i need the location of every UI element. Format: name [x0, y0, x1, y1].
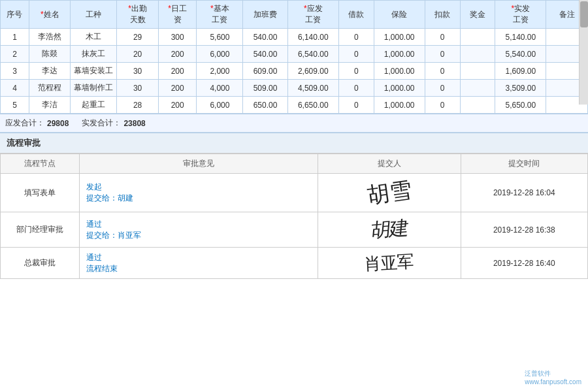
table-cell: 2,000 — [197, 63, 243, 80]
workflow-header-row: 流程节点 审批意见 提交人 提交时间 — [1, 154, 588, 174]
col-header-type: 工种 — [71, 1, 117, 29]
workflow-row: 部门经理审批通过提交给：肖亚军胡建2019-12-28 16:38 — [1, 212, 588, 248]
table-cell: 4,509.00 — [287, 80, 338, 97]
table-cell: 0 — [338, 80, 374, 97]
table-cell: 200 — [158, 97, 197, 114]
opinion-main: 发起 — [86, 182, 102, 191]
table-cell: 540.00 — [243, 46, 287, 63]
signature-image: 胡建 — [370, 215, 409, 245]
opinion-main: 通过 — [86, 253, 102, 262]
table-row: 2陈燚抹灰工202006,000540.006,540.0001,000.000… — [1, 46, 588, 63]
table-cell: 李洁 — [29, 97, 71, 114]
table-cell: 650.00 — [243, 97, 287, 114]
col-header-seq: 序号 — [1, 1, 29, 29]
table-cell: 范程程 — [29, 80, 71, 97]
summary-row: 应发合计： 29808 实发合计： 23808 — [0, 114, 588, 133]
table-cell: 300 — [158, 29, 197, 46]
workflow-title: 流程审批 — [0, 133, 588, 154]
col-header-insurance: 保险 — [374, 1, 425, 29]
scrollbar[interactable] — [579, 0, 588, 105]
table-cell: 0 — [338, 97, 374, 114]
table-cell: 1,000.00 — [374, 63, 425, 80]
should-pay-label: 应发合计： — [5, 118, 44, 129]
workflow-time: 2019-12-28 16:04 — [461, 174, 587, 212]
wf-col-opinion: 审批意见 — [80, 154, 318, 174]
table-row: 4范程程幕墙制作工302004,000509.004,509.0001,000.… — [1, 80, 588, 97]
table-cell: 200 — [158, 80, 197, 97]
should-pay-value: 29808 — [47, 119, 69, 128]
table-cell: 3 — [1, 63, 29, 80]
table-cell: 起重工 — [71, 97, 117, 114]
table-cell: 5,650.00 — [495, 97, 546, 114]
table-cell: 6,650.00 — [287, 97, 338, 114]
table-cell: 200 — [158, 63, 197, 80]
salary-table: 序号 *姓名 工种 *出勤天数 *日工资 *基本工资 加班费 *应发工资 借款 … — [0, 0, 588, 114]
table-cell: 抹灰工 — [71, 46, 117, 63]
table-cell: 30 — [117, 63, 159, 80]
table-cell — [460, 97, 495, 114]
table-cell: 609.00 — [243, 63, 287, 80]
table-cell: 29 — [117, 29, 159, 46]
workflow-signature: 肖亚军 — [318, 248, 461, 279]
signature-image: 胡雪 — [365, 174, 414, 210]
col-header-deduction: 扣款 — [425, 1, 460, 29]
opinion-main: 通过 — [86, 220, 102, 229]
workflow-row: 总裁审批通过流程结束肖亚军2019-12-28 16:40 — [1, 248, 588, 279]
table-cell: 0 — [338, 29, 374, 46]
table-cell: 0 — [338, 46, 374, 63]
actual-pay-label: 实发合计： — [82, 118, 121, 129]
table-row: 3李达幕墙安装工302002,000609.002,609.0001,000.0… — [1, 63, 588, 80]
table-cell: 200 — [158, 46, 197, 63]
table-cell: 6,140.00 — [287, 29, 338, 46]
col-header-bonus: 奖金 — [460, 1, 495, 29]
table-cell: 3,509.00 — [495, 80, 546, 97]
col-header-overtime: 加班费 — [243, 1, 287, 29]
actual-pay-value: 23808 — [123, 119, 145, 128]
table-cell: 6,000 — [197, 97, 243, 114]
wf-col-time: 提交时间 — [461, 154, 587, 174]
table-cell: 0 — [425, 97, 460, 114]
table-cell: 1,000.00 — [374, 46, 425, 63]
table-cell — [460, 80, 495, 97]
workflow-opinion: 通过流程结束 — [80, 248, 318, 279]
table-cell: 509.00 — [243, 80, 287, 97]
workflow-time: 2019-12-28 16:38 — [461, 212, 587, 248]
table-header-row: 序号 *姓名 工种 *出勤天数 *日工资 *基本工资 加班费 *应发工资 借款 … — [1, 1, 588, 29]
table-cell: 0 — [425, 80, 460, 97]
scroll-thumb[interactable] — [580, 1, 588, 27]
workflow-node: 填写表单 — [1, 174, 80, 212]
table-cell: 幕墙制作工 — [71, 80, 117, 97]
table-cell: 6,540.00 — [287, 46, 338, 63]
table-cell: 28 — [117, 97, 159, 114]
workflow-signature: 胡雪 — [318, 174, 461, 212]
workflow-table: 流程节点 审批意见 提交人 提交时间 填写表单发起提交给：胡建胡雪2019-12… — [0, 154, 588, 279]
workflow-row: 填写表单发起提交给：胡建胡雪2019-12-28 16:04 — [1, 174, 588, 212]
table-cell: 0 — [425, 29, 460, 46]
table-cell: 1 — [1, 29, 29, 46]
table-cell: 2,609.00 — [287, 63, 338, 80]
table-row: 5李洁起重工282006,000650.006,650.0001,000.000… — [1, 97, 588, 114]
col-header-daily: *日工资 — [158, 1, 197, 29]
table-cell: 20 — [117, 46, 159, 63]
watermark: 泛普软件 www.fanpusoft.com — [525, 369, 581, 385]
table-cell — [460, 29, 495, 46]
workflow-section: 流程审批 流程节点 审批意见 提交人 提交时间 填写表单发起提交给：胡建胡雪20… — [0, 133, 588, 279]
table-cell: 5,140.00 — [495, 29, 546, 46]
col-header-loan: 借款 — [338, 1, 374, 29]
table-cell: 李达 — [29, 63, 71, 80]
table-row: 1李浩然木工293005,600540.006,140.0001,000.000… — [1, 29, 588, 46]
actual-pay-summary: 实发合计： 23808 — [82, 118, 145, 129]
watermark-line1: 泛普软件 — [525, 369, 581, 378]
col-header-actual-pay: *实发工资 — [495, 1, 546, 29]
table-cell: 0 — [425, 46, 460, 63]
table-cell — [460, 63, 495, 80]
opinion-sub: 提交给：肖亚军 — [86, 231, 141, 240]
table-cell: 0 — [338, 63, 374, 80]
table-cell: 陈燚 — [29, 46, 71, 63]
workflow-opinion: 发起提交给：胡建 — [80, 174, 318, 212]
col-header-days: *出勤天数 — [117, 1, 159, 29]
table-cell: 李浩然 — [29, 29, 71, 46]
table-cell: 2 — [1, 46, 29, 63]
workflow-signature: 胡建 — [318, 212, 461, 248]
opinion-sub: 提交给：胡建 — [86, 193, 133, 203]
